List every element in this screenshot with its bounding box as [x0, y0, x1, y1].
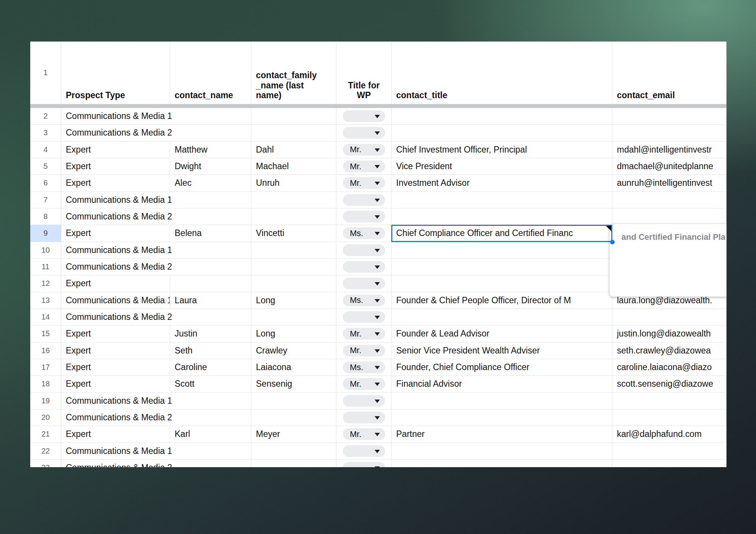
cell-contact-title[interactable]: Founder & Chief People Officer, Director…: [392, 292, 612, 309]
cell-contact-title[interactable]: Chief Compliance Officer and Certified F…: [392, 225, 612, 242]
cell-contact-email[interactable]: scott.sensenig@diazowe: [612, 376, 727, 392]
cell-prospect-type[interactable]: Expert: [61, 426, 170, 443]
title-dropdown[interactable]: [343, 311, 385, 323]
cell-contact-title[interactable]: [392, 393, 612, 409]
cell-contact-title[interactable]: Investment Advisor: [392, 175, 612, 191]
cell-contact-family-name[interactable]: Vincetti: [251, 225, 336, 242]
title-dropdown[interactable]: Mr.: [343, 177, 385, 189]
row-number[interactable]: 21: [30, 426, 61, 443]
cell-contact-email[interactable]: aunruh@intelligentinvest: [612, 175, 727, 191]
cell-contact-title[interactable]: [392, 208, 612, 225]
title-dropdown[interactable]: Mr.: [343, 161, 385, 172]
cell-contact-title[interactable]: [392, 125, 612, 141]
cell-prospect-type[interactable]: Communications & Media 1: [61, 393, 251, 409]
cell-contact-family-name[interactable]: [251, 259, 336, 275]
cell-contact-email[interactable]: seth.crawley@diazowea: [612, 343, 727, 359]
cell-contact-family-name[interactable]: [251, 309, 336, 326]
row-number[interactable]: 4: [30, 142, 61, 158]
cell-contact-name[interactable]: Caroline: [170, 359, 251, 376]
cell-contact-family-name[interactable]: Meyer: [251, 426, 336, 443]
row-number[interactable]: 10: [30, 242, 61, 259]
cell-prospect-type[interactable]: Communications & Media 2: [61, 309, 251, 326]
cell-prospect-type[interactable]: Communications & Media 1: [61, 192, 251, 208]
title-dropdown[interactable]: [343, 445, 385, 457]
cell-contact-email[interactable]: mdahl@intelligentinvestr: [612, 142, 727, 158]
cell-prospect-type[interactable]: Communications & Media 1: [61, 292, 170, 309]
row-number[interactable]: 3: [30, 125, 61, 141]
cell-prospect-type[interactable]: Expert: [61, 343, 170, 359]
row-number[interactable]: 22: [30, 443, 61, 460]
cell-contact-title[interactable]: [392, 192, 612, 208]
row-number[interactable]: 15: [30, 326, 61, 342]
cell-prospect-type[interactable]: Communications & Media 1: [61, 108, 251, 125]
cell-contact-email[interactable]: caroline.laiacona@diazo: [612, 359, 727, 376]
title-dropdown[interactable]: [343, 395, 385, 407]
row-number[interactable]: 19: [30, 393, 61, 409]
cell-contact-email[interactable]: [612, 409, 727, 426]
cell-contact-name[interactable]: Seth: [170, 343, 251, 359]
title-dropdown[interactable]: [343, 261, 385, 273]
cell-contact-family-name[interactable]: Machael: [251, 158, 336, 175]
cell-prospect-type[interactable]: Communications & Media 2: [61, 259, 251, 275]
title-dropdown[interactable]: Mr.: [343, 328, 385, 340]
cell-prospect-type[interactable]: Expert: [61, 175, 170, 191]
row-number[interactable]: 7: [30, 192, 61, 208]
cell-contact-title[interactable]: Senior Vice President Wealth Adviser: [392, 343, 612, 359]
row-number[interactable]: 9: [30, 225, 61, 242]
cell-prospect-type[interactable]: Communications & Media 2: [61, 460, 251, 467]
cell-contact-email[interactable]: [612, 309, 727, 326]
cell-prospect-type[interactable]: Communications & Media 2: [61, 125, 251, 141]
title-dropdown[interactable]: [343, 462, 385, 467]
column-header-titlewp[interactable]: Title for WP: [336, 42, 392, 104]
cell-prospect-type[interactable]: Communications & Media 1: [61, 443, 251, 460]
row-number[interactable]: 11: [30, 259, 61, 275]
cell-contact-name[interactable]: Dwight: [170, 158, 251, 175]
cell-contact-title[interactable]: [392, 259, 612, 275]
column-header-email[interactable]: contact_email: [612, 42, 727, 104]
row-number[interactable]: 12: [30, 275, 61, 292]
cell-contact-family-name[interactable]: [251, 242, 336, 259]
cell-contact-title[interactable]: Vice President: [392, 158, 612, 175]
cell-contact-family-name[interactable]: [251, 393, 336, 409]
cell-contact-family-name[interactable]: [251, 443, 336, 460]
cell-contact-email[interactable]: [612, 208, 727, 225]
cell-contact-email[interactable]: [612, 192, 727, 208]
cell-contact-family-name[interactable]: [251, 208, 336, 225]
row-number[interactable]: 2: [30, 108, 61, 125]
cell-contact-email[interactable]: [612, 108, 727, 125]
cell-contact-family-name[interactable]: [251, 192, 336, 208]
cell-contact-title[interactable]: Founder & Lead Advisor: [392, 326, 612, 342]
row-number[interactable]: 20: [30, 409, 61, 426]
cell-contact-name[interactable]: [170, 275, 251, 292]
cell-contact-name[interactable]: Scott: [170, 376, 251, 392]
row-number[interactable]: 14: [30, 309, 61, 326]
cell-prospect-type[interactable]: Expert: [61, 326, 170, 342]
title-dropdown[interactable]: [343, 127, 385, 139]
cell-contact-title[interactable]: Financial Advisor: [392, 376, 612, 392]
row-number[interactable]: 13: [30, 292, 61, 309]
cell-contact-email[interactable]: [612, 460, 727, 467]
title-dropdown[interactable]: Mr.: [343, 378, 385, 390]
column-header-title[interactable]: contact_title: [392, 42, 612, 104]
cell-prospect-type[interactable]: Communications & Media 1: [61, 242, 251, 259]
row-number[interactable]: 18: [30, 376, 61, 392]
cell-contact-email[interactable]: [612, 125, 727, 141]
title-dropdown[interactable]: [343, 110, 385, 122]
cell-contact-family-name[interactable]: Sensenig: [251, 376, 336, 392]
cell-contact-title[interactable]: [392, 108, 612, 125]
title-dropdown[interactable]: [343, 278, 385, 289]
cell-contact-title[interactable]: Founder, Chief Compliance Officer: [392, 359, 612, 376]
cell-contact-title[interactable]: [392, 275, 612, 292]
cell-contact-family-name[interactable]: [251, 409, 336, 426]
cell-contact-title[interactable]: [392, 242, 612, 259]
cell-contact-email[interactable]: karl@dalphafund.com: [612, 426, 727, 443]
row-number[interactable]: 5: [30, 158, 61, 175]
cell-contact-name[interactable]: Alec: [170, 175, 251, 191]
column-header-prospect[interactable]: Prospect Type: [61, 42, 170, 104]
column-header-family[interactable]: contact_family _name (last name): [251, 42, 336, 104]
cell-prospect-type[interactable]: Expert: [61, 225, 170, 242]
cell-contact-family-name[interactable]: Unruh: [251, 175, 336, 191]
cell-prospect-type[interactable]: Communications & Media 2: [61, 409, 251, 426]
cell-contact-email[interactable]: dmachael@unitedplanne: [612, 158, 727, 175]
cell-contact-title[interactable]: [392, 460, 612, 467]
